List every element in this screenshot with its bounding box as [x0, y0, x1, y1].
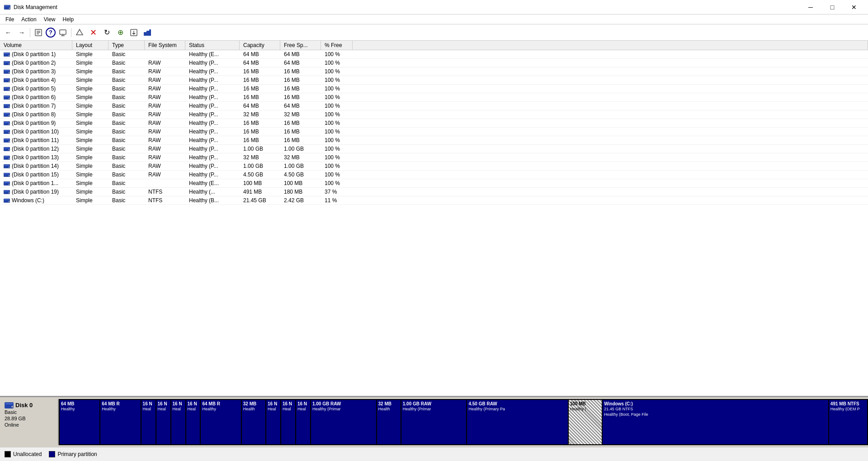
cell-freespace: 2.42 GB: [280, 196, 321, 204]
cell-layout: Simple: [72, 196, 108, 204]
list-view[interactable]: Volume Layout Type File System Status Ca…: [0, 41, 868, 397]
partition-block[interactable]: 1.00 GB RAWHealthy (Primar: [311, 400, 377, 444]
table-row[interactable]: (Disk 0 partition 7)SimpleBasicRAWHealth…: [0, 102, 868, 110]
partition-block[interactable]: Windows (C:)21.45 GB NTFSHealthy (Boot, …: [603, 400, 829, 444]
cell-status: Healthy (E...: [185, 179, 240, 187]
cell-freepct: 11 %: [321, 196, 353, 204]
partition-block[interactable]: 32 MBHealth: [377, 400, 401, 444]
cell-status: Healthy (P...: [185, 59, 240, 67]
menu-item-help[interactable]: Help: [59, 15, 78, 24]
cell-layout: Simple: [72, 128, 108, 136]
cell-status: Healthy (...: [185, 188, 240, 196]
partition-block[interactable]: 16 NHeal: [171, 400, 186, 444]
partition-block[interactable]: 64 MBHealthy: [60, 400, 100, 444]
header-fs[interactable]: File System: [145, 41, 185, 50]
table-row[interactable]: (Disk 0 partition 11)SimpleBasicRAWHealt…: [0, 136, 868, 145]
partition-block[interactable]: 1.00 GB RAWHealthy (Primar: [401, 400, 467, 444]
cell-layout: Simple: [72, 188, 108, 196]
partition-label: 64 MB R: [102, 401, 139, 407]
table-row[interactable]: (Disk 0 partition 6)SimpleBasicRAWHealth…: [0, 93, 868, 102]
partition-sub: Healthy (Primary Pa: [468, 407, 566, 412]
refresh-button[interactable]: ↻: [100, 27, 113, 38]
cell-volume: (Disk 0 partition 11): [0, 136, 72, 144]
menu-item-action[interactable]: Action: [18, 15, 40, 24]
header-status[interactable]: Status: [185, 41, 240, 50]
cell-type: Basic: [108, 128, 145, 136]
table-row[interactable]: (Disk 0 partition 15)SimpleBasicRAWHealt…: [0, 171, 868, 179]
partition-block[interactable]: 32 MBHealth: [242, 400, 266, 444]
header-freespace[interactable]: Free Sp...: [280, 41, 321, 50]
menu-item-file[interactable]: File: [2, 15, 18, 24]
cell-layout: Simple: [72, 67, 108, 76]
partition-label: 32 MB: [243, 401, 264, 407]
table-row[interactable]: (Disk 0 partition 1...SimpleBasicHealthy…: [0, 179, 868, 188]
disk-partitions[interactable]: 64 MBHealthy64 MB RHealthy16 NHeal16 NHe…: [59, 399, 868, 445]
partition-block[interactable]: 491 MB NTFSHealthy (OEM P: [829, 400, 868, 444]
partition-block[interactable]: 16 NHeal: [186, 400, 201, 444]
partition-block[interactable]: 64 MB RHealthy: [100, 400, 141, 444]
partition-block[interactable]: 16 NHeal: [142, 400, 156, 444]
cell-type: Basic: [108, 119, 145, 127]
forward-button[interactable]: →: [15, 27, 28, 38]
partition-block[interactable]: 16 NHeal: [296, 400, 311, 444]
header-capacity[interactable]: Capacity: [240, 41, 280, 50]
cell-fs: RAW: [145, 136, 185, 144]
header-layout[interactable]: Layout: [72, 41, 108, 50]
cell-extra: [353, 191, 868, 193]
maximize-button[interactable]: □: [822, 3, 843, 12]
menu-bar: FileActionViewHelp: [0, 14, 868, 24]
add-button[interactable]: ⊕: [114, 27, 127, 38]
cell-type: Basic: [108, 136, 145, 144]
table-row[interactable]: (Disk 0 partition 3)SimpleBasicRAWHealth…: [0, 67, 868, 76]
partition-block[interactable]: 16 NHeal: [266, 400, 281, 444]
svg-rect-48: [4, 139, 9, 140]
table-row[interactable]: (Disk 0 partition 4)SimpleBasicRAWHealth…: [0, 76, 868, 85]
close-button[interactable]: ✕: [844, 3, 864, 12]
partition-sub: Healthy: [202, 407, 239, 412]
table-row[interactable]: (Disk 0 partition 5)SimpleBasicRAWHealth…: [0, 85, 868, 93]
cell-status: Healthy (E...: [185, 50, 240, 58]
cell-capacity: 16 MB: [240, 119, 280, 127]
table-row[interactable]: (Disk 0 partition 9)SimpleBasicRAWHealth…: [0, 119, 868, 128]
menu-item-view[interactable]: View: [40, 15, 59, 24]
export-button[interactable]: [141, 27, 154, 38]
svg-point-19: [9, 55, 9, 56]
header-volume[interactable]: Volume: [0, 41, 72, 50]
partition-sub: Heal: [283, 407, 294, 412]
svg-point-52: [9, 149, 9, 150]
partition-block[interactable]: 100 MBHealthy (: [569, 400, 602, 444]
partition-block[interactable]: 4.50 GB RAWHealthy (Primary Pa: [467, 400, 568, 444]
help-button[interactable]: ?: [46, 28, 56, 38]
delete-button[interactable]: ✕: [87, 27, 99, 38]
cell-fs: RAW: [145, 162, 185, 170]
properties-button[interactable]: [32, 27, 45, 38]
connect-button[interactable]: [57, 27, 69, 38]
table-row[interactable]: (Disk 0 partition 10)SimpleBasicRAWHealt…: [0, 128, 868, 136]
table-row[interactable]: (Disk 0 partition 1)SimpleBasicHealthy (…: [0, 50, 868, 59]
table-row[interactable]: (Disk 0 partition 2)SimpleBasicRAWHealth…: [0, 59, 868, 67]
table-row[interactable]: Windows (C:)SimpleBasicNTFSHealthy (B...…: [0, 196, 868, 205]
cell-type: Basic: [108, 188, 145, 196]
header-freepct[interactable]: % Free: [321, 41, 353, 50]
partition-block[interactable]: 16 NHeal: [156, 400, 171, 444]
svg-rect-27: [4, 79, 9, 80]
cell-type: Basic: [108, 145, 145, 153]
table-row[interactable]: (Disk 0 partition 14)SimpleBasicRAWHealt…: [0, 162, 868, 171]
header-type[interactable]: Type: [108, 41, 145, 50]
cell-fs: [145, 182, 185, 184]
cell-volume: (Disk 0 partition 12): [0, 145, 72, 153]
minimize-button[interactable]: ─: [800, 3, 821, 12]
table-row[interactable]: (Disk 0 partition 19)SimpleBasicNTFSHeal…: [0, 188, 868, 196]
back-button[interactable]: ←: [2, 27, 14, 38]
svg-rect-16: [149, 29, 151, 36]
import-button[interactable]: [127, 27, 140, 38]
table-row[interactable]: (Disk 0 partition 8)SimpleBasicRAWHealth…: [0, 110, 868, 119]
svg-point-49: [9, 141, 9, 142]
svg-rect-21: [4, 62, 9, 62]
cell-freespace: 180 MB: [280, 188, 321, 196]
table-row[interactable]: (Disk 0 partition 13)SimpleBasicRAWHealt…: [0, 153, 868, 162]
table-row[interactable]: (Disk 0 partition 12)SimpleBasicRAWHealt…: [0, 145, 868, 153]
partition-block[interactable]: 64 MB RHealthy: [201, 400, 241, 444]
partition-block[interactable]: 16 NHeal: [281, 400, 296, 444]
disconnect-button[interactable]: [73, 27, 86, 38]
